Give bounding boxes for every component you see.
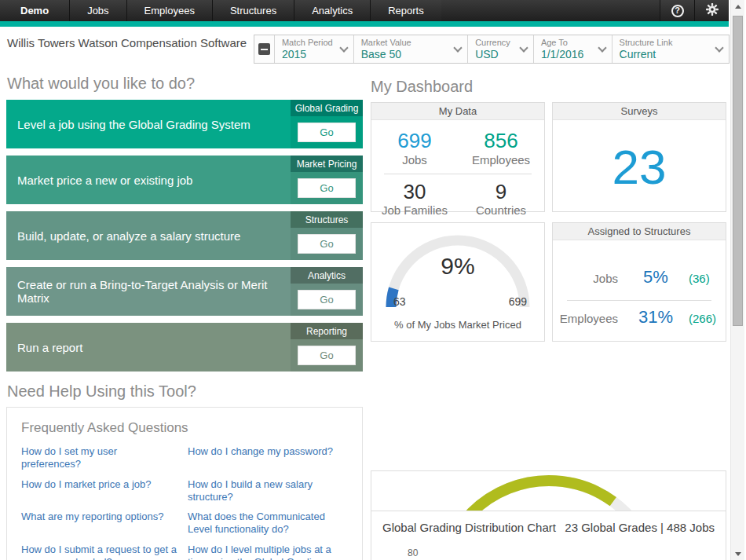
distribution-chart-card: Global Grading Distribution Chart 23 Glo… bbox=[371, 511, 726, 560]
action-card-text: Build, update, or analyze a salary struc… bbox=[6, 211, 291, 260]
action-card-tag: Structures bbox=[291, 211, 363, 228]
action-card-text: Level a job using the Global Grading Sys… bbox=[6, 100, 291, 148]
filter-bar: Match Period 2015 Market Value Base 50 C… bbox=[254, 35, 730, 64]
filter-label: Structure Link bbox=[620, 38, 673, 48]
action-card-panel: Global Grading Go bbox=[291, 100, 363, 148]
filter-value: 1/1/2016 bbox=[541, 48, 584, 61]
filter-match-period[interactable]: Match Period 2015 bbox=[275, 35, 354, 63]
top-nav: Demo Jobs Employees Structures Analytics… bbox=[0, 0, 729, 21]
nav-tab-label: Structures bbox=[230, 5, 276, 16]
go-button[interactable]: Go bbox=[298, 234, 356, 254]
dashboard-heading: My Dashboard bbox=[371, 78, 473, 96]
action-card-panel: Reporting Go bbox=[291, 323, 363, 372]
vertical-scrollbar[interactable] bbox=[730, 0, 744, 560]
chevron-down-icon bbox=[598, 43, 606, 52]
assigned-count: (266) bbox=[684, 312, 726, 325]
action-card-market-pricing[interactable]: Market price a new or existing job Marke… bbox=[6, 156, 363, 204]
filter-value: 2015 bbox=[282, 48, 333, 61]
faq-links: How do I set my user preferences? How do… bbox=[21, 445, 348, 560]
stat-value: 30 bbox=[371, 181, 458, 203]
my-data-stats: 699 Jobs 856 Employees 30 Job Families 9… bbox=[371, 120, 544, 217]
assigned-percent: 31% bbox=[627, 307, 684, 328]
surveys-count: 23 bbox=[553, 120, 726, 213]
filter-market-value[interactable]: Market Value Base 50 bbox=[354, 35, 468, 63]
nav-tab-jobs[interactable]: Jobs bbox=[69, 0, 126, 21]
faq-link[interactable]: How do I market price a job? bbox=[21, 478, 188, 504]
nav-tab-analytics[interactable]: Analytics bbox=[294, 0, 370, 21]
action-card-tag: Market Pricing bbox=[291, 156, 363, 172]
distribution-summary: 23 Global Grades | 488 Jobs bbox=[565, 521, 715, 534]
assigned-row-employees: Employees 31% (266) bbox=[553, 307, 726, 335]
assigned-label: Jobs bbox=[552, 272, 627, 285]
assigned-rows: Jobs 5% (36) Employees 31% (266) bbox=[553, 240, 726, 335]
nav-tab-employees[interactable]: Employees bbox=[126, 0, 212, 21]
chevron-down-icon bbox=[339, 43, 348, 52]
assigned-percent: 5% bbox=[627, 267, 684, 287]
filter-age-to[interactable]: Age To 1/1/2016 bbox=[534, 35, 613, 63]
go-button[interactable]: Go bbox=[298, 178, 356, 198]
help-button[interactable]: ? bbox=[660, 0, 694, 21]
filter-label: Age To bbox=[541, 38, 584, 48]
divider bbox=[384, 174, 532, 174]
faq-link[interactable]: How do I change my password? bbox=[188, 445, 349, 471]
gauge-max: 699 bbox=[509, 295, 527, 308]
faq-link[interactable]: What are my reporting options? bbox=[21, 511, 188, 536]
go-button[interactable]: Go bbox=[298, 290, 356, 309]
axis-tick-label: 80 bbox=[408, 547, 418, 558]
distribution-title: Global Grading Distribution Chart bbox=[382, 521, 556, 534]
faq-title: Frequently Asked Questions bbox=[21, 420, 348, 436]
filter-value: Current bbox=[620, 48, 673, 61]
stat-employees: 856 Employees bbox=[458, 130, 544, 167]
gauge-caption: % of My Jobs Market Priced bbox=[371, 319, 544, 331]
my-data-title: My Data bbox=[371, 103, 544, 120]
action-card-structures[interactable]: Build, update, or analyze a salary struc… bbox=[6, 211, 363, 260]
nav-tab-label: Demo bbox=[20, 5, 49, 16]
triangle-down-icon bbox=[735, 552, 741, 556]
assigned-structures-card: Assigned to Structures Jobs 5% (36) Empl… bbox=[552, 222, 726, 342]
filter-structure-link[interactable]: Structure Link Current bbox=[613, 35, 729, 63]
stat-job-families: 30 Job Families bbox=[371, 181, 458, 218]
action-card-panel: Structures Go bbox=[291, 211, 363, 260]
nav-tab-reports[interactable]: Reports bbox=[370, 0, 441, 21]
assigned-count: (36) bbox=[684, 272, 726, 285]
my-data-card: My Data 699 Jobs 856 Employees 30 Job Fa… bbox=[371, 102, 545, 212]
minus-icon bbox=[258, 43, 270, 55]
help-icon: ? bbox=[671, 5, 684, 17]
faq-link[interactable]: How do I build a new salary structure? bbox=[188, 478, 349, 504]
chevron-down-icon bbox=[454, 43, 463, 52]
nav-tab-demo[interactable]: Demo bbox=[0, 0, 69, 21]
action-card-panel: Market Pricing Go bbox=[291, 156, 363, 204]
action-card-reporting[interactable]: Run a report Reporting Go bbox=[6, 323, 363, 372]
nav-tab-label: Employees bbox=[144, 5, 195, 16]
filter-currency[interactable]: Currency USD bbox=[468, 35, 534, 63]
nav-tab-label: Jobs bbox=[87, 5, 108, 16]
gauge-min: 63 bbox=[393, 295, 406, 308]
stat-countries: 9 Countries bbox=[458, 181, 544, 218]
action-card-text: Create or run a Bring-to-Target Analysis… bbox=[6, 267, 291, 316]
gear-icon bbox=[704, 2, 720, 20]
nav-tab-structures[interactable]: Structures bbox=[212, 0, 294, 21]
stat-jobs: 699 Jobs bbox=[371, 130, 458, 167]
faq-link[interactable]: How do I submit a request to get a new s… bbox=[21, 544, 188, 560]
assigned-row-jobs: Jobs 5% (36) bbox=[553, 267, 726, 295]
go-button[interactable]: Go bbox=[298, 123, 356, 142]
gauge-percent: 9% bbox=[371, 253, 544, 280]
stat-value: 856 bbox=[458, 130, 544, 152]
chevron-down-icon bbox=[519, 43, 528, 52]
faq-link[interactable]: How do I set my user preferences? bbox=[21, 445, 188, 471]
settings-button[interactable] bbox=[694, 0, 729, 21]
scroll-down-button[interactable] bbox=[731, 547, 745, 560]
assigned-label: Employees bbox=[552, 312, 627, 325]
action-card-global-grading[interactable]: Level a job using the Global Grading Sys… bbox=[6, 100, 363, 148]
filter-collapse-button[interactable] bbox=[254, 35, 275, 63]
action-card-panel: Analytics Go bbox=[291, 267, 363, 316]
nav-tab-label: Reports bbox=[388, 5, 424, 16]
stat-label: Job Families bbox=[371, 203, 458, 217]
faq-link[interactable]: How do I level multiple jobs at a time u… bbox=[188, 544, 349, 560]
faq-link[interactable]: What does the Communicated Level functio… bbox=[188, 511, 349, 536]
scrollbar-thumb[interactable] bbox=[733, 16, 743, 326]
help-box: Frequently Asked Questions How do I set … bbox=[6, 407, 363, 560]
scroll-up-button[interactable] bbox=[731, 0, 745, 13]
action-card-analytics[interactable]: Create or run a Bring-to-Target Analysis… bbox=[6, 267, 363, 316]
go-button[interactable]: Go bbox=[298, 346, 356, 365]
